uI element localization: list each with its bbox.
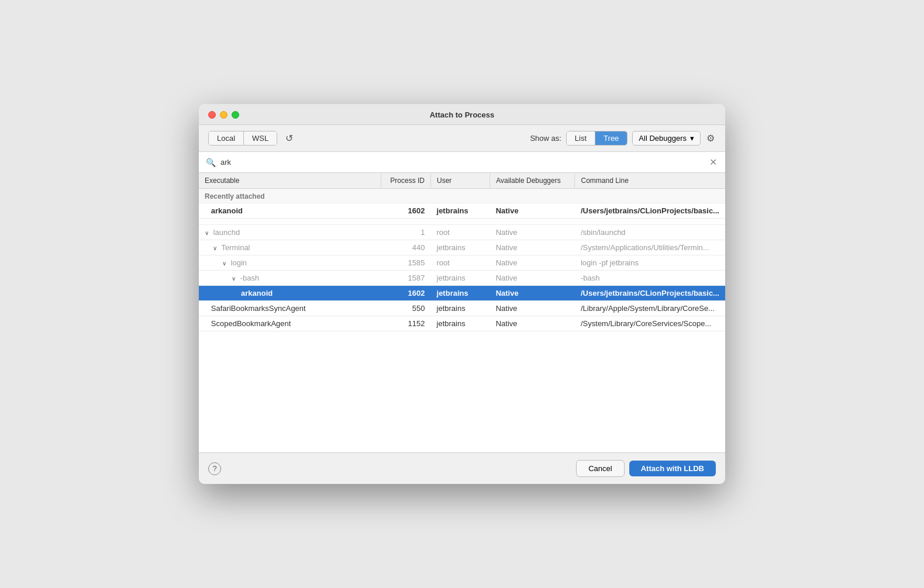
show-as-label: Show as: xyxy=(530,134,561,143)
pid-cell: 440 xyxy=(381,240,431,255)
attach-button[interactable]: Attach with LLDB xyxy=(629,461,716,476)
col-header-user: User xyxy=(431,173,490,189)
section-recently-attached: Recently attached xyxy=(199,189,725,203)
executable-cell: arkanoid xyxy=(199,286,381,301)
cmdline-cell: /System/Library/CoreServices/Scope... xyxy=(575,316,725,331)
pid-cell: 1152 xyxy=(381,316,431,331)
cmdline-cell: /Users/jetbrains/CLionProjects/basic... xyxy=(575,286,725,301)
debuggers-cell: Native xyxy=(490,255,575,271)
search-input[interactable] xyxy=(220,158,704,167)
user-cell: jetbrains xyxy=(431,271,490,286)
maximize-button[interactable] xyxy=(232,111,239,119)
settings-button[interactable]: ⚙ xyxy=(705,132,716,145)
table-row[interactable]: ∨ Terminal 440 jetbrains Native /System/… xyxy=(199,240,725,255)
close-button[interactable] xyxy=(208,111,216,119)
executable-cell: SafariBookmarksSyncAgent xyxy=(199,301,381,316)
user-cell: jetbrains xyxy=(431,240,490,255)
cmdline-cell: -bash xyxy=(575,271,725,286)
table-row[interactable]: ∨ login 1585 root Native login -pf jetbr… xyxy=(199,255,725,271)
executable-cell: ∨ login xyxy=(199,255,381,271)
debuggers-cell: Native xyxy=(490,316,575,331)
search-bar: 🔍 ✕ xyxy=(199,152,725,173)
cmdline-cell: /sbin/launchd xyxy=(575,225,725,240)
footer: ? Cancel Attach with LLDB xyxy=(199,452,725,484)
cancel-button[interactable]: Cancel xyxy=(576,460,624,477)
process-table: Executable Process ID User Available Deb… xyxy=(199,173,725,331)
table-row[interactable]: ScopedBookmarkAgent 1152 jetbrains Nativ… xyxy=(199,316,725,331)
table-row[interactable]: arkanoid 1602 jetbrains Native /Users/je… xyxy=(199,203,725,219)
debugger-dropdown[interactable]: All Debuggers ▾ xyxy=(632,131,701,146)
debuggers-cell: Native xyxy=(490,301,575,316)
cmdline-cell: /System/Applications/Utilities/Termin... xyxy=(575,240,725,255)
debuggers-cell: Native xyxy=(490,271,575,286)
chevron-down-icon: ∨ xyxy=(213,245,217,251)
pid-cell: 1585 xyxy=(381,255,431,271)
refresh-button[interactable]: ↺ xyxy=(282,132,296,145)
search-icon: 🔍 xyxy=(206,158,216,167)
tree-view-button[interactable]: Tree xyxy=(595,132,627,145)
cmdline-cell: /Library/Apple/System/Library/CoreSe... xyxy=(575,301,725,316)
view-toggle: List Tree xyxy=(566,131,628,146)
user-cell: jetbrains xyxy=(431,316,490,331)
user-cell: root xyxy=(431,255,490,271)
attach-to-process-dialog: Attach to Process Local WSL ↺ Show as: L… xyxy=(199,104,725,484)
col-header-pid: Process ID xyxy=(381,173,431,189)
debuggers-cell: Native xyxy=(490,286,575,301)
clear-search-button[interactable]: ✕ xyxy=(708,157,718,168)
pid-cell: 1602 xyxy=(381,286,431,301)
table-row[interactable]: ∨ -bash 1587 jetbrains Native -bash xyxy=(199,271,725,286)
executable-cell: ∨ launchd xyxy=(199,225,381,240)
dropdown-arrow-icon: ▾ xyxy=(690,134,694,143)
debuggers-cell: Native xyxy=(490,240,575,255)
table-row[interactable]: SafariBookmarksSyncAgent 550 jetbrains N… xyxy=(199,301,725,316)
chevron-down-icon: ∨ xyxy=(232,275,236,282)
table-row[interactable]: ∨ launchd 1 root Native /sbin/launchd xyxy=(199,225,725,240)
table-row-selected[interactable]: arkanoid 1602 jetbrains Native /Users/je… xyxy=(199,286,725,301)
process-table-container: Executable Process ID User Available Deb… xyxy=(199,173,725,452)
executable-cell: arkanoid xyxy=(199,203,381,219)
local-button[interactable]: Local xyxy=(209,132,244,145)
minimize-button[interactable] xyxy=(220,111,227,119)
executable-cell: ScopedBookmarkAgent xyxy=(199,316,381,331)
wsl-button[interactable]: WSL xyxy=(244,132,277,145)
user-cell: root xyxy=(431,225,490,240)
col-header-debuggers: Available Debuggers xyxy=(490,173,575,189)
col-header-executable: Executable xyxy=(199,173,381,189)
debuggers-cell: Native xyxy=(490,203,575,219)
user-cell: jetbrains xyxy=(431,286,490,301)
separator-row xyxy=(199,219,725,225)
pid-cell: 1 xyxy=(381,225,431,240)
col-header-cmdline: Command Line xyxy=(575,173,725,189)
cmdline-cell: /Users/jetbrains/CLionProjects/basic... xyxy=(575,203,725,219)
local-wsl-toggle: Local WSL xyxy=(208,131,277,146)
executable-cell: ∨ Terminal xyxy=(199,240,381,255)
list-view-button[interactable]: List xyxy=(567,132,595,145)
section-label: Recently attached xyxy=(199,189,725,203)
dialog-title: Attach to Process xyxy=(430,110,495,119)
cmdline-cell: login -pf jetbrains xyxy=(575,255,725,271)
debugger-label: All Debuggers xyxy=(639,134,687,143)
table-header-row: Executable Process ID User Available Deb… xyxy=(199,173,725,189)
pid-cell: 550 xyxy=(381,301,431,316)
pid-cell: 1587 xyxy=(381,271,431,286)
chevron-down-icon: ∨ xyxy=(205,230,209,236)
help-button[interactable]: ? xyxy=(208,462,221,475)
user-cell: jetbrains xyxy=(431,301,490,316)
debuggers-cell: Native xyxy=(490,225,575,240)
toolbar: Local WSL ↺ Show as: List Tree All Debug… xyxy=(199,125,725,152)
chevron-down-icon: ∨ xyxy=(222,260,226,267)
executable-cell: ∨ -bash xyxy=(199,271,381,286)
pid-cell: 1602 xyxy=(381,203,431,219)
traffic-lights xyxy=(208,111,239,119)
user-cell: jetbrains xyxy=(431,203,490,219)
titlebar: Attach to Process xyxy=(199,104,725,125)
